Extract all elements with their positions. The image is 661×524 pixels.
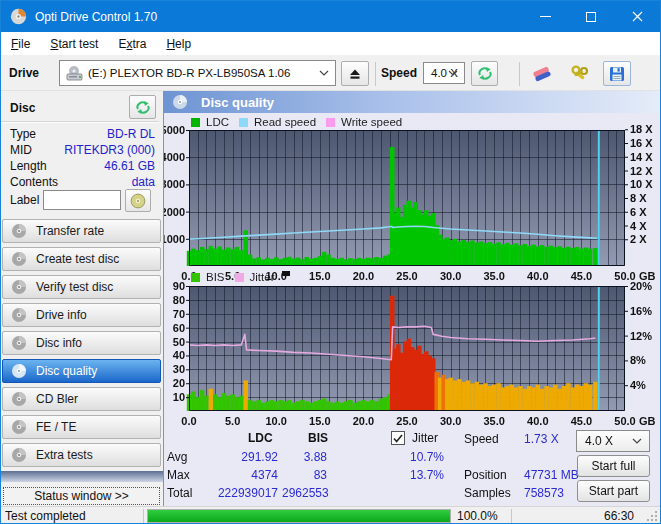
bis-swatch	[191, 273, 200, 282]
title-bar: Opti Drive Control 1.70	[1, 1, 660, 32]
disc-icon	[130, 193, 146, 209]
close-button[interactable]	[614, 1, 660, 32]
sidebar-item-label: CD Bler	[36, 392, 78, 406]
toolbar: Drive (E:) PLEXTOR BD-R PX-LB950SA 1.06 …	[1, 55, 660, 91]
chevron-down-icon	[448, 70, 458, 76]
refresh-icon	[135, 100, 151, 115]
ldc-swatch	[191, 118, 200, 127]
sidebar-item-disc-quality[interactable]: Disc quality	[2, 359, 161, 383]
sidebar-item-extra-tests[interactable]: Extra tests	[2, 443, 161, 467]
sidebar-item-disc-info[interactable]: Disc info	[2, 331, 161, 355]
save-icon	[609, 66, 625, 82]
jitter-swatch	[235, 273, 244, 282]
legend-ldc: LDC	[206, 116, 229, 128]
disc-contents-label: Contents	[10, 175, 58, 189]
bis-jitter-chart	[164, 277, 660, 429]
disc-quality-header: Disc quality	[164, 91, 660, 113]
maximize-button[interactable]	[568, 1, 614, 32]
progress-bar	[147, 509, 451, 523]
disc-quality-icon	[172, 94, 188, 110]
fe-te-icon	[11, 419, 27, 435]
total-label: Total	[167, 486, 192, 500]
disc-length-label: Length	[10, 159, 47, 173]
verify-test-disc-icon	[11, 279, 27, 295]
disc-panel-title: Disc	[10, 101, 35, 115]
erase-disc-button[interactable]	[528, 61, 556, 87]
sidebar-item-cd-bler[interactable]: CD Bler	[2, 387, 161, 411]
menu-help[interactable]: Help	[156, 34, 201, 54]
max-bis: 83	[282, 468, 327, 482]
menu-bar: File Start test Extra Help	[1, 32, 660, 55]
sidebar: Disc TypeBD-R DL MIDRITEKDR3 (000) Lengt…	[1, 91, 163, 506]
status-text: Test completed	[5, 509, 86, 523]
app-disc-icon	[10, 8, 27, 25]
toolbar-separator	[375, 62, 376, 86]
disc-type-value: BD-R DL	[107, 127, 155, 141]
elapsed-time: 66:30	[516, 509, 634, 523]
label-input[interactable]	[43, 190, 121, 210]
sidebar-item-label: Drive info	[36, 308, 87, 322]
drive-info-icon	[11, 307, 27, 323]
sidebar-item-label: Verify test disc	[36, 280, 113, 294]
tools-button[interactable]	[566, 61, 594, 87]
quality-speed-value: 4.0 X	[585, 434, 613, 448]
toolbar-separator	[519, 62, 520, 86]
sidebar-item-label: Create test disc	[36, 252, 119, 266]
sidebar-divider-strip	[1, 471, 163, 482]
maximize-icon	[586, 12, 596, 22]
sidebar-item-label: Disc info	[36, 336, 82, 350]
jitter-checkbox[interactable]	[391, 431, 405, 445]
avg-bis: 3.88	[282, 450, 327, 464]
chart1-legend: LDC Read speed Write speed	[191, 116, 402, 128]
disc-info-icon	[11, 335, 27, 351]
minimize-button[interactable]	[522, 1, 568, 32]
extra-tests-icon	[11, 447, 27, 463]
sidebar-item-label: Extra tests	[36, 448, 93, 462]
drive-select[interactable]: (E:) PLEXTOR BD-R PX-LB950SA 1.06	[59, 60, 336, 86]
refresh-speed-button[interactable]	[471, 61, 498, 86]
eject-icon	[348, 67, 362, 80]
start-full-button[interactable]: Start full	[577, 455, 650, 477]
create-test-disc-icon	[11, 251, 27, 267]
max-label: Max	[167, 468, 190, 482]
position-label: Position	[464, 468, 507, 482]
divider	[511, 509, 512, 523]
start-part-button[interactable]: Start part	[577, 480, 650, 502]
stats-col-ldc: LDC	[248, 431, 273, 445]
disc-mid-value: RITEKDR3 (000)	[64, 143, 155, 157]
refresh-disc-button[interactable]	[129, 95, 156, 119]
tools-icon	[570, 65, 590, 83]
speed-select[interactable]: 4.0 X	[423, 62, 465, 84]
save-button[interactable]	[603, 61, 631, 86]
write-label-button[interactable]	[125, 189, 151, 212]
menu-file[interactable]: File	[1, 34, 40, 54]
drive-label: Drive	[9, 66, 39, 80]
eject-button[interactable]	[341, 61, 369, 86]
transfer-rate-icon	[11, 223, 27, 239]
samples-value: 758573	[524, 486, 564, 500]
disc-quality-icon	[11, 363, 27, 379]
quality-speed-select[interactable]: 4.0 X	[576, 430, 650, 452]
stats-col-bis: BIS	[308, 431, 328, 445]
sidebar-item-transfer-rate[interactable]: Transfer rate	[2, 219, 161, 243]
eraser-icon	[531, 65, 553, 83]
legend-bis: BIS	[206, 271, 225, 283]
window-title: Opti Drive Control 1.70	[35, 10, 157, 24]
sidebar-item-verify-test-disc[interactable]: Verify test disc	[2, 275, 161, 299]
resize-grip[interactable]	[646, 510, 658, 522]
max-ldc: 4374	[198, 468, 278, 482]
total-bis: 2962553	[282, 486, 327, 500]
chart2-legend: BIS Jitter	[191, 271, 290, 283]
status-window-button[interactable]: Status window >>	[3, 487, 160, 505]
progress-percent: 100.0%	[457, 509, 498, 523]
layer-break-marker	[282, 271, 290, 276]
sidebar-item-create-test-disc[interactable]: Create test disc	[2, 247, 161, 271]
menu-start-test[interactable]: Start test	[40, 34, 108, 54]
total-ldc: 222939017	[198, 486, 278, 500]
menu-extra[interactable]: Extra	[108, 34, 156, 54]
close-icon	[632, 11, 643, 22]
speed-label: Speed	[381, 66, 417, 80]
sidebar-item-drive-info[interactable]: Drive info	[2, 303, 161, 327]
sidebar-item-fe-te[interactable]: FE / TE	[2, 415, 161, 439]
check-icon	[393, 434, 403, 443]
